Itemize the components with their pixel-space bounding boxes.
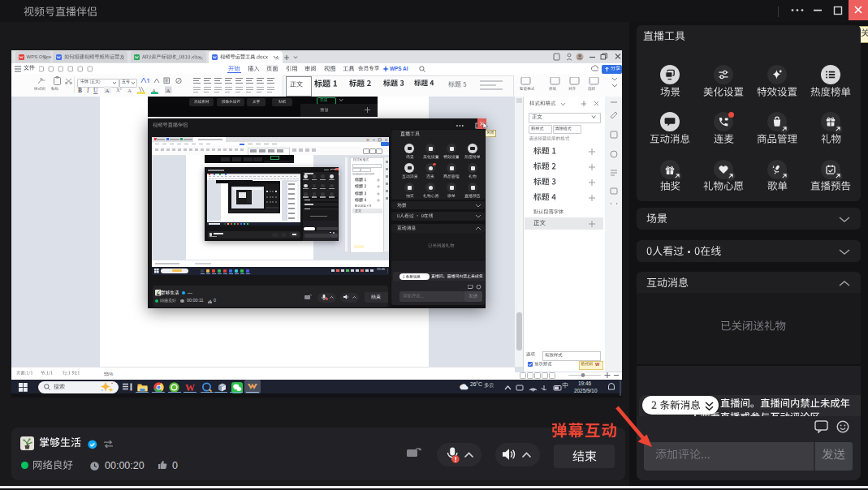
svg-text:B: B — [78, 87, 82, 94]
svg-text:A: A — [106, 88, 110, 94]
svg-text:X²: X² — [116, 87, 122, 92]
svg-text:a: a — [43, 78, 45, 82]
svg-text:A: A — [127, 88, 132, 94]
svg-text:A: A — [166, 88, 171, 94]
svg-text:I: I — [86, 87, 89, 94]
svg-text:U: U — [93, 87, 98, 94]
